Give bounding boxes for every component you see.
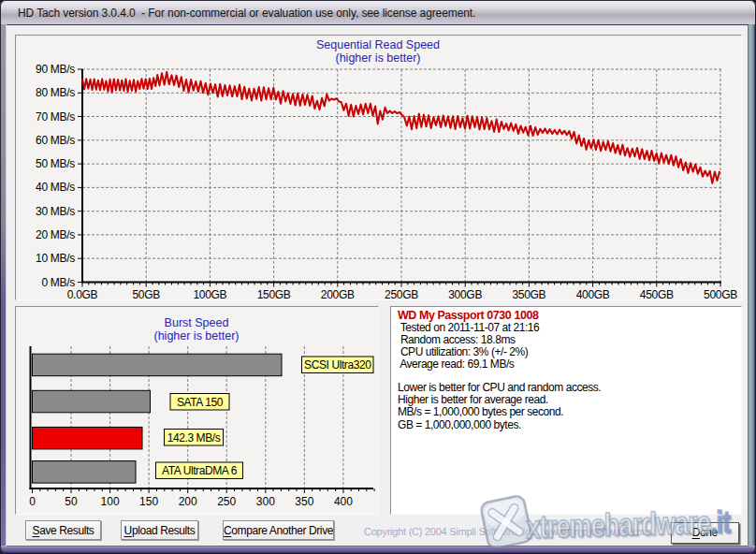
svg-text:150: 150 bbox=[139, 495, 158, 508]
svg-text:400: 400 bbox=[334, 495, 353, 508]
svg-text:450GB: 450GB bbox=[640, 288, 674, 299]
svg-text:40 MB/s: 40 MB/s bbox=[36, 181, 75, 194]
svg-text:80 MB/s: 80 MB/s bbox=[36, 86, 75, 99]
svg-text:10 MB/s: 10 MB/s bbox=[36, 252, 75, 265]
svg-text:300: 300 bbox=[256, 495, 275, 508]
svg-text:50: 50 bbox=[65, 495, 78, 508]
svg-text:0 MB/s: 0 MB/s bbox=[41, 276, 75, 289]
svg-text:0.0GB: 0.0GB bbox=[67, 288, 98, 299]
svg-text:20 MB/s: 20 MB/s bbox=[36, 228, 75, 241]
svg-text:200: 200 bbox=[179, 495, 197, 508]
svg-text:SATA 150: SATA 150 bbox=[177, 396, 224, 409]
svg-text:50GB: 50GB bbox=[132, 288, 160, 299]
svg-text:350GB: 350GB bbox=[512, 288, 545, 299]
svg-text:SCSI Ultra320: SCSI Ultra320 bbox=[304, 358, 371, 372]
svg-text:350: 350 bbox=[295, 495, 313, 508]
svg-text:100GB: 100GB bbox=[193, 288, 226, 299]
svg-text:150GB: 150GB bbox=[257, 288, 291, 299]
svg-text:Burst Speed: Burst Speed bbox=[165, 316, 229, 329]
svg-text:300GB: 300GB bbox=[448, 288, 482, 299]
svg-text:ATA UltraDMA 6: ATA UltraDMA 6 bbox=[162, 464, 238, 477]
svg-text:60 MB/s: 60 MB/s bbox=[36, 134, 75, 147]
svg-text:70 MB/s: 70 MB/s bbox=[36, 110, 75, 124]
svg-text:(higher is better): (higher is better) bbox=[335, 51, 420, 65]
svg-text:100: 100 bbox=[101, 495, 120, 508]
svg-text:250GB: 250GB bbox=[385, 288, 418, 299]
svg-text:90 MB/s: 90 MB/s bbox=[36, 63, 75, 76]
svg-text:0: 0 bbox=[29, 495, 36, 508]
svg-text:(higher is better): (higher is better) bbox=[153, 329, 239, 343]
svg-text:142.3 MB/s: 142.3 MB/s bbox=[167, 431, 221, 445]
svg-text:200GB: 200GB bbox=[321, 288, 355, 299]
svg-text:50 MB/s: 50 MB/s bbox=[36, 157, 75, 170]
svg-text:500GB: 500GB bbox=[704, 288, 737, 299]
svg-text:400GB: 400GB bbox=[576, 288, 610, 299]
svg-text:250: 250 bbox=[217, 495, 236, 508]
svg-text:Sequential Read Speed: Sequential Read Speed bbox=[316, 38, 440, 51]
svg-text:30 MB/s: 30 MB/s bbox=[36, 205, 75, 218]
